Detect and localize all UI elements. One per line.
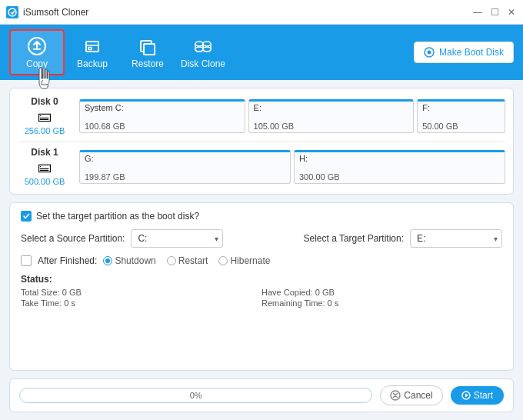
- backup-label: Backup: [77, 58, 108, 69]
- restart-option[interactable]: Restart: [167, 255, 208, 266]
- restore-icon: [137, 35, 158, 57]
- disk-1-label: Disk 1: [31, 147, 58, 158]
- source-partition-label: Select a Source Partition:: [21, 233, 125, 244]
- after-finished-row: After Finished: Shutdown Restart Hiberna…: [21, 255, 502, 266]
- window-controls: ― ☐ ✕: [472, 7, 517, 18]
- source-partition-select[interactable]: C:: [131, 229, 223, 248]
- backup-icon: [82, 35, 103, 57]
- toolbar-copy[interactable]: Copy: [9, 29, 65, 75]
- disk-clone-icon: [192, 35, 214, 57]
- svg-point-0: [8, 8, 16, 16]
- partition-c-name: System C:: [85, 103, 240, 112]
- svg-point-10: [203, 47, 211, 52]
- disk-0-row: Disk 0 🖴 256.00 GB System C: 100.68 GB E…: [18, 96, 505, 135]
- app-icon: [6, 6, 18, 18]
- hibernate-label: Hibernate: [230, 255, 270, 266]
- copy-icon: [26, 35, 48, 57]
- target-partition-label: Select a Target Partition:: [303, 233, 404, 244]
- svg-marker-15: [465, 394, 468, 398]
- restart-radio[interactable]: [167, 256, 176, 265]
- boot-disk-checkbox[interactable]: [21, 211, 32, 222]
- partition-f-size: 50.00 GB: [422, 122, 500, 131]
- svg-point-12: [427, 51, 431, 55]
- partition-c-size: 100.68 GB: [85, 122, 240, 131]
- partition-f[interactable]: F: 50.00 GB: [417, 99, 505, 133]
- make-boot-disk-label: Make Boot Disk: [439, 47, 504, 58]
- svg-point-8: [195, 47, 203, 52]
- partition-g-size: 199.87 GB: [85, 172, 285, 182]
- close-button[interactable]: ✕: [506, 7, 517, 18]
- options-panel: Set the target partition as the boot dis…: [9, 202, 514, 371]
- status-section: Status: Total Size: 0 GB Have Copied: 0 …: [21, 274, 502, 308]
- restart-label: Restart: [178, 255, 208, 266]
- start-button[interactable]: Start: [451, 386, 504, 405]
- partition-h-size: 300.00 GB: [299, 172, 500, 182]
- disk-0-size: 256.00 GB: [25, 126, 65, 135]
- partition-g[interactable]: G: 199.87 GB: [79, 150, 291, 184]
- shutdown-option[interactable]: Shutdown: [103, 255, 155, 266]
- status-title: Status:: [21, 274, 502, 285]
- shutdown-label: Shutdown: [115, 255, 155, 266]
- partition-select-row: Select a Source Partition: C: Select a T…: [21, 229, 502, 248]
- partition-f-name: F:: [422, 103, 500, 112]
- partition-h[interactable]: H: 300.00 GB: [294, 150, 505, 184]
- svg-rect-2: [86, 42, 98, 52]
- toolbar: Copy Backup Restore: [0, 25, 523, 80]
- disk-1-size: 500.00 GB: [25, 177, 65, 186]
- partition-e-size: 105.00 GB: [254, 122, 409, 131]
- copy-label: Copy: [26, 58, 48, 69]
- disk-divider: [18, 142, 505, 142]
- disk-1-row: Disk 1 🖴 500.00 GB G: 199.87 GB H: 300.0…: [18, 147, 505, 186]
- maximize-button[interactable]: ☐: [489, 7, 500, 18]
- disk-1-icon: 🖴: [38, 159, 52, 175]
- toolbar-backup[interactable]: Backup: [65, 29, 120, 75]
- shutdown-radio[interactable]: [103, 256, 112, 265]
- disk-0-partitions: System C: 100.68 GB E: 105.00 GB F: 50.0…: [79, 99, 505, 133]
- disk-0-label: Disk 0: [31, 96, 58, 107]
- total-size: Total Size: 0 GB: [21, 288, 262, 297]
- toolbar-disk-clone[interactable]: Disk Clone: [175, 29, 231, 75]
- disk-panel: Disk 0 🖴 256.00 GB System C: 100.68 GB E…: [9, 88, 514, 195]
- take-time: Take Time: 0 s: [21, 298, 262, 308]
- partition-g-name: G:: [85, 154, 285, 163]
- hibernate-option[interactable]: Hibernate: [218, 255, 270, 266]
- minimize-button[interactable]: ―: [472, 7, 483, 18]
- progress-row: 0% Cancel Start: [9, 378, 514, 412]
- status-grid: Total Size: 0 GB Have Copied: 0 GB Take …: [21, 288, 502, 308]
- main-content: Disk 0 🖴 256.00 GB System C: 100.68 GB E…: [0, 80, 523, 420]
- have-copied: Have Copied: 0 GB: [262, 288, 502, 297]
- boot-disk-label: Set the target partition as the boot dis…: [36, 211, 199, 222]
- restore-label: Restore: [132, 58, 164, 69]
- target-partition-wrapper[interactable]: E:: [410, 229, 502, 248]
- disk-0-info: Disk 0 🖴 256.00 GB: [18, 96, 72, 135]
- disk-1-partitions: G: 199.87 GB H: 300.00 GB: [79, 150, 505, 184]
- disk-clone-label: Disk Clone: [181, 58, 225, 69]
- disk-1-info: Disk 1 🖴 500.00 GB: [18, 147, 72, 186]
- toolbar-restore[interactable]: Restore: [120, 29, 175, 75]
- target-partition-select[interactable]: E:: [410, 229, 502, 248]
- svg-rect-5: [144, 44, 155, 55]
- start-label: Start: [474, 390, 493, 401]
- remaining-time: Remaining Time: 0 s: [262, 298, 502, 308]
- disk-0-icon: 🖴: [38, 108, 52, 125]
- after-finished-checkbox[interactable]: [21, 255, 32, 266]
- svg-point-9: [203, 42, 211, 46]
- hibernate-radio[interactable]: [218, 256, 228, 265]
- boot-check-row: Set the target partition as the boot dis…: [21, 211, 502, 222]
- partition-c[interactable]: System C: 100.68 GB: [79, 99, 245, 133]
- svg-rect-3: [88, 48, 92, 50]
- after-finished-label: After Finished:: [38, 255, 97, 266]
- title-bar: iSumsoft Cloner ― ☐ ✕: [0, 0, 523, 25]
- partition-e[interactable]: E: 105.00 GB: [248, 99, 415, 133]
- svg-point-7: [195, 42, 203, 46]
- cancel-label: Cancel: [404, 390, 432, 401]
- app-title: iSumsoft Cloner: [23, 7, 472, 18]
- source-partition-wrapper[interactable]: C:: [131, 229, 223, 248]
- progress-bar-container: 0%: [19, 388, 372, 403]
- make-boot-disk-button[interactable]: Make Boot Disk: [414, 42, 514, 63]
- partition-h-name: H:: [299, 154, 500, 163]
- partition-e-name: E:: [254, 103, 409, 112]
- progress-bar-text: 0%: [190, 391, 202, 400]
- cancel-button[interactable]: Cancel: [380, 385, 442, 405]
